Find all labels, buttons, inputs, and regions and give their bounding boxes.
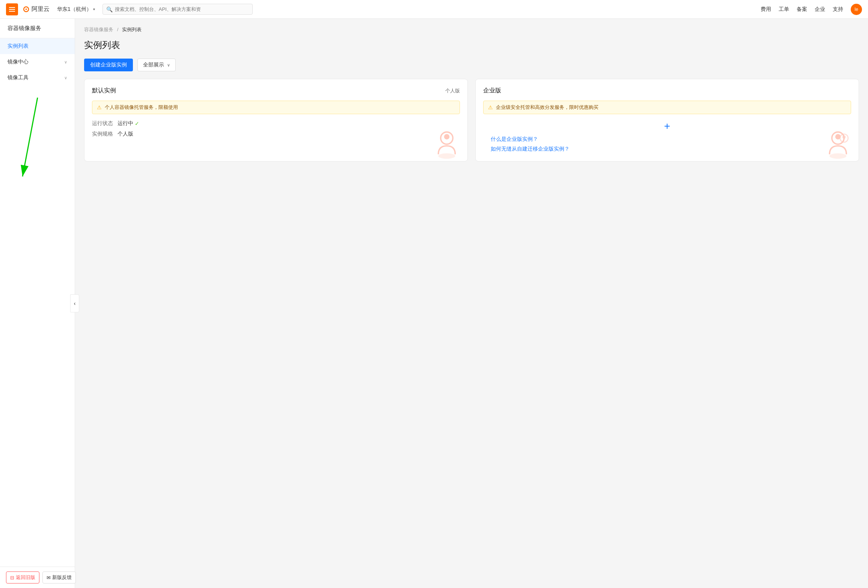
back-icon: ⊟ [10,575,14,580]
sidebar-item-instance-list[interactable]: 实例列表 [0,38,75,54]
status-value: 运行中 ✓ [118,120,139,127]
sidebar-navigation: 实例列表 镜像中心 ∨ 镜像工具 ∨ [0,38,75,567]
nav-record[interactable]: 备案 [797,6,807,13]
enterprise-card-title: 企业版 [483,87,501,95]
default-card-header: 默认实例 个人版 [92,87,460,95]
nav-cost[interactable]: 费用 [761,6,771,13]
default-card-badge: 个人版 [445,87,460,94]
enterprise-plus-icon: + [483,120,851,132]
show-all-dropdown[interactable]: 全部展示 ∨ [137,59,176,71]
enterprise-avatar-decoration [821,127,855,161]
logo-icon: ⊙ [23,5,29,14]
region-selector[interactable]: 华东1（杭州） ▾ [57,6,95,13]
chevron-left-icon: ‹ [74,300,76,306]
breadcrumb-parent[interactable]: 容器镜像服务 [84,27,113,32]
enterprise-link-2[interactable]: 如何无缝从自建迁移企业版实例？ [491,146,570,152]
create-enterprise-instance-button[interactable]: 创建企业版实例 [84,59,133,71]
spec-value: 个人版 [118,131,133,137]
nav-ticket[interactable]: 工单 [779,6,789,13]
page-title: 实例列表 [84,39,859,51]
feedback-icon: ✉ [47,575,51,580]
sidebar-footer: ⊟ 返回旧版 ✉ 新版反馈 [0,567,75,588]
user-avatar[interactable]: Ie [851,4,862,15]
logo-text: 阿里云 [32,5,50,13]
enterprise-link-1[interactable]: 什么是企业版实例？ [491,136,538,143]
instance-cards-row: 默认实例 个人版 ⚠ 个人容器镜像托管服务，限额使用 运行状态 运行中 ✓ 实例… [84,79,859,161]
chevron-down-icon: ∨ [167,63,170,68]
sidebar-collapse-button[interactable]: ‹ [70,294,79,312]
chevron-down-icon: ∨ [64,75,67,80]
breadcrumb-separator: / [117,27,119,32]
status-row: 运行状态 运行中 ✓ [92,120,460,127]
enterprise-alert-banner: ⚠ 企业级安全托管和高效分发服务，限时优惠购买 [483,101,851,114]
main-layout: 容器镜像服务 实例列表 镜像中心 ∨ 镜像工具 ∨ ‹ ⊟ 返回旧版 ✉ [0,19,868,588]
main-content: 容器镜像服务 / 实例列表 实例列表 创建企业版实例 全部展示 ∨ 默认实例 个… [75,19,868,588]
default-instance-card: 默认实例 个人版 ⚠ 个人容器镜像托管服务，限额使用 运行状态 运行中 ✓ 实例… [84,79,468,161]
breadcrumb-current: 实例列表 [122,27,142,32]
svg-point-1 [444,134,449,139]
avatar-svg [430,127,464,161]
default-alert-text: 个人容器镜像托管服务，限额使用 [105,104,178,111]
chevron-down-icon: ∨ [64,60,67,65]
enterprise-avatar-svg [821,127,855,161]
enterprise-links: 什么是企业版实例？ 如何无缝从自建迁移企业版实例？ [491,136,851,152]
sidebar-item-image-center[interactable]: 镜像中心 ∨ [0,54,75,70]
nav-search-container: 🔍 [102,4,253,15]
nav-enterprise[interactable]: 企业 [815,6,825,13]
svg-point-7 [842,136,846,139]
nav-support[interactable]: 支持 [833,6,843,13]
top-nav: ⊙ 阿里云 华东1（杭州） ▾ 🔍 费用 工单 备案 企业 支持 Ie [0,0,868,19]
toolbar: 创建企业版实例 全部展示 ∨ [84,59,859,71]
warning-icon: ⚠ [488,104,493,110]
warning-icon: ⚠ [97,104,102,110]
sidebar-item-image-tools[interactable]: 镜像工具 ∨ [0,70,75,86]
breadcrumb: 容器镜像服务 / 实例列表 [84,26,859,33]
enterprise-alert-text: 企业级安全托管和高效分发服务，限时优惠购买 [496,104,598,111]
enterprise-instance-card: 企业版 ⚠ 企业级安全托管和高效分发服务，限时优惠购买 + 什么是企业版实例？ … [475,79,859,161]
check-icon: ✓ [135,121,139,127]
svg-point-2 [439,153,455,158]
enterprise-card-header: 企业版 [483,87,851,95]
card-avatar-decoration [430,127,464,161]
spec-label: 实例规格 [92,131,115,137]
chevron-down-icon: ▾ [93,7,95,11]
sidebar-title: 容器镜像服务 [0,19,75,38]
spec-row: 实例规格 个人版 [92,131,460,137]
logo: ⊙ 阿里云 [23,5,50,14]
default-card-title: 默认实例 [92,87,116,95]
sidebar: 容器镜像服务 实例列表 镜像中心 ∨ 镜像工具 ∨ ‹ ⊟ 返回旧版 ✉ [0,19,75,588]
new-feedback-button[interactable]: ✉ 新版反馈 [42,571,76,583]
svg-point-5 [830,153,847,158]
search-input[interactable] [102,4,253,15]
hamburger-button[interactable] [6,3,18,15]
default-alert-banner: ⚠ 个人容器镜像托管服务，限额使用 [92,101,460,114]
search-icon: 🔍 [106,6,113,12]
back-to-old-version-button[interactable]: ⊟ 返回旧版 [6,571,39,583]
status-label: 运行状态 [92,120,115,127]
nav-actions: 费用 工单 备案 企业 支持 Ie [761,4,862,15]
